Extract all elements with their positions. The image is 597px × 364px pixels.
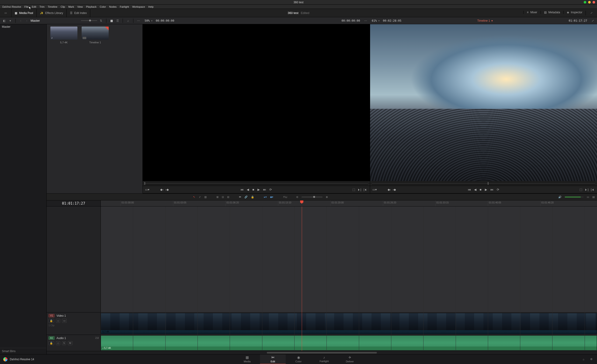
bin-tree[interactable]: Master bbox=[0, 24, 47, 348]
timeline-name[interactable]: Timeline 1 bbox=[477, 19, 490, 22]
timeline-current-tc[interactable]: 01:01:17:27 bbox=[47, 201, 101, 206]
flag-icon[interactable]: ▸▾ bbox=[264, 195, 267, 199]
nav-back-icon[interactable]: ‹ bbox=[18, 18, 23, 23]
mark-out-icon[interactable]: |⏴ bbox=[591, 188, 595, 191]
timeline-ruler[interactable]: 01:01:00:0001:01:03:0501:01:06:2001:01:1… bbox=[101, 201, 597, 206]
menu-mark[interactable]: Mark bbox=[67, 5, 75, 8]
replace-icon[interactable]: ⊟ bbox=[227, 195, 229, 199]
video-track-lane[interactable]: 5,7-4K bbox=[101, 312, 597, 335]
step-back-icon[interactable]: ◀ bbox=[247, 188, 249, 191]
insert-icon[interactable]: ⊞ bbox=[216, 195, 219, 199]
menu-clip[interactable]: Clip bbox=[59, 5, 66, 8]
breadcrumb[interactable]: Master bbox=[31, 19, 40, 22]
window-zoom[interactable] bbox=[588, 1, 591, 3]
mark-out-icon[interactable]: |⏴ bbox=[364, 188, 367, 191]
mute-icon[interactable]: 🔊 bbox=[558, 195, 562, 199]
zoom-out-icon[interactable]: ⊖ bbox=[296, 195, 298, 199]
playhead-line[interactable] bbox=[302, 207, 302, 351]
program-zoom[interactable]: 61% bbox=[372, 19, 377, 22]
project-settings-icon[interactable]: ⚙ bbox=[589, 357, 594, 362]
prev-edit-icon[interactable]: ◆‹ bbox=[160, 188, 164, 191]
expand-viewer-icon[interactable]: ⤢ bbox=[589, 11, 594, 15]
source-scrubber[interactable] bbox=[145, 182, 368, 185]
source-mode-icon[interactable]: ▭▾ bbox=[145, 188, 149, 191]
video-track-header[interactable]: V1 Video 1 🔒 ◇ ▭ 1 Clip bbox=[47, 312, 101, 335]
loop-icon[interactable]: ⟳ bbox=[497, 188, 499, 191]
source-canvas[interactable] bbox=[143, 24, 370, 181]
next-edit-icon[interactable]: ›◆ bbox=[393, 188, 396, 191]
marker-icon[interactable]: ◆▾ bbox=[270, 195, 273, 199]
stop-icon[interactable]: ■ bbox=[480, 188, 482, 191]
smart-bins-header[interactable]: Smart Bins bbox=[0, 348, 47, 354]
lock-icon[interactable]: 🔒 bbox=[251, 195, 254, 199]
nav-fwd-icon[interactable]: › bbox=[24, 18, 29, 23]
go-start-icon[interactable]: ⏮ bbox=[468, 188, 471, 191]
page-color[interactable]: ◉ Color bbox=[286, 355, 311, 364]
track-lock-icon[interactable]: 🔒 bbox=[48, 319, 54, 323]
menu-playback[interactable]: Playback bbox=[85, 5, 98, 8]
menu-timeline[interactable]: Timeline bbox=[47, 5, 59, 8]
go-start-icon[interactable]: ⏮ bbox=[240, 188, 244, 191]
track-auto-select-icon[interactable]: ◇ bbox=[56, 319, 60, 323]
go-end-icon[interactable]: ⏭ bbox=[263, 188, 266, 191]
volume-slider[interactable] bbox=[565, 197, 583, 197]
menu-edit[interactable]: Edit bbox=[30, 5, 38, 8]
play-icon[interactable]: ▶ bbox=[258, 188, 260, 191]
pool-options-icon[interactable]: ⋯ bbox=[136, 18, 141, 23]
source-options-icon[interactable]: ⋯ bbox=[363, 18, 368, 23]
bin-master[interactable]: Master bbox=[2, 25, 45, 28]
inspector-toggle[interactable]: ◈ Inspector bbox=[567, 11, 582, 14]
page-media[interactable]: ▦ Media bbox=[234, 355, 260, 364]
zoom-in-icon[interactable]: ⊕ bbox=[326, 195, 328, 199]
bin-dropdown-icon[interactable]: ▾ bbox=[8, 18, 13, 23]
timeline-tracks[interactable]: 5,7-4K ♪ 5,7-4K bbox=[101, 207, 597, 351]
source-zoom[interactable]: 50% bbox=[145, 19, 150, 22]
loop-icon[interactable]: ⟳ bbox=[269, 188, 272, 191]
video-clip[interactable]: 5,7-4K bbox=[101, 313, 597, 334]
menu-resolve[interactable]: DaVinci Resolve bbox=[1, 5, 23, 8]
media-pool-toggle[interactable]: ▦ Media Pool bbox=[15, 11, 33, 15]
track-solo-button[interactable]: S bbox=[62, 341, 66, 345]
clip-thumbnail[interactable]: ♪ bbox=[50, 27, 78, 40]
step-back-icon[interactable]: ◀ bbox=[474, 188, 476, 191]
window-close[interactable] bbox=[593, 1, 595, 3]
page-edit[interactable]: ✄ Edit bbox=[260, 355, 286, 364]
track-disable-icon[interactable]: ▭ bbox=[62, 319, 67, 323]
trim-tool-icon[interactable]: ⫽ bbox=[198, 195, 201, 198]
page-deliver[interactable]: ✈ Deliver bbox=[337, 355, 363, 364]
clip-timeline-item[interactable]: Timeline 1 bbox=[82, 27, 109, 44]
menu-help[interactable]: Help bbox=[147, 5, 155, 8]
program-scrubber[interactable] bbox=[372, 182, 595, 185]
view-list-icon[interactable]: ☰ bbox=[115, 18, 120, 23]
stop-icon[interactable]: ■ bbox=[252, 188, 254, 191]
scrollbar-thumb[interactable] bbox=[267, 352, 377, 354]
audio-clip[interactable]: ♪ 5,7-4K bbox=[101, 335, 597, 350]
blade-tool-icon[interactable]: ✂ bbox=[239, 195, 241, 199]
menu-nodes[interactable]: Nodes bbox=[108, 5, 118, 8]
track-mute-button[interactable]: M bbox=[68, 341, 72, 345]
clip-audio-item[interactable]: ♪ 5,7-4K bbox=[50, 27, 78, 44]
dim-icon[interactable]: ▭ bbox=[587, 195, 589, 199]
track-tag-a1[interactable]: A1 bbox=[48, 336, 55, 340]
clip-thumbnail[interactable] bbox=[82, 27, 109, 40]
link-icon[interactable]: 🔗 bbox=[244, 195, 248, 199]
audio-track-lane[interactable]: ♪ 5,7-4K bbox=[101, 335, 597, 351]
program-expand-icon[interactable]: ⤢ bbox=[590, 18, 595, 23]
menu-color[interactable]: Color bbox=[98, 5, 107, 8]
snapping-icon[interactable]: ⊓⊔ bbox=[283, 195, 287, 199]
prev-edit-icon[interactable]: ◆‹ bbox=[388, 188, 391, 191]
mixer-toggle[interactable]: ≡ Mixer bbox=[527, 11, 537, 14]
bin-list-toggle-icon[interactable]: ◧ bbox=[2, 18, 7, 23]
audio-track-header[interactable]: A1 Audio 1 2.0 🔒 ◇ S M bbox=[47, 335, 101, 351]
fullscreen-viewer-icon[interactable]: ▭ bbox=[3, 11, 8, 15]
track-name[interactable]: Video 1 bbox=[56, 314, 66, 318]
menu-view[interactable]: View bbox=[76, 5, 84, 8]
search-icon[interactable]: ⌕ bbox=[126, 18, 130, 23]
window-minimize[interactable] bbox=[584, 1, 586, 3]
effects-library-toggle[interactable]: ✨ Effects Library bbox=[40, 11, 63, 15]
menu-trim[interactable]: Trim bbox=[38, 5, 46, 8]
next-edit-icon[interactable]: ›◆ bbox=[165, 188, 169, 191]
sort-icon[interactable]: ⇅ bbox=[99, 18, 103, 23]
dynamic-trim-icon[interactable]: ▥ bbox=[204, 195, 207, 199]
track-lock-icon[interactable]: 🔒 bbox=[48, 341, 54, 345]
